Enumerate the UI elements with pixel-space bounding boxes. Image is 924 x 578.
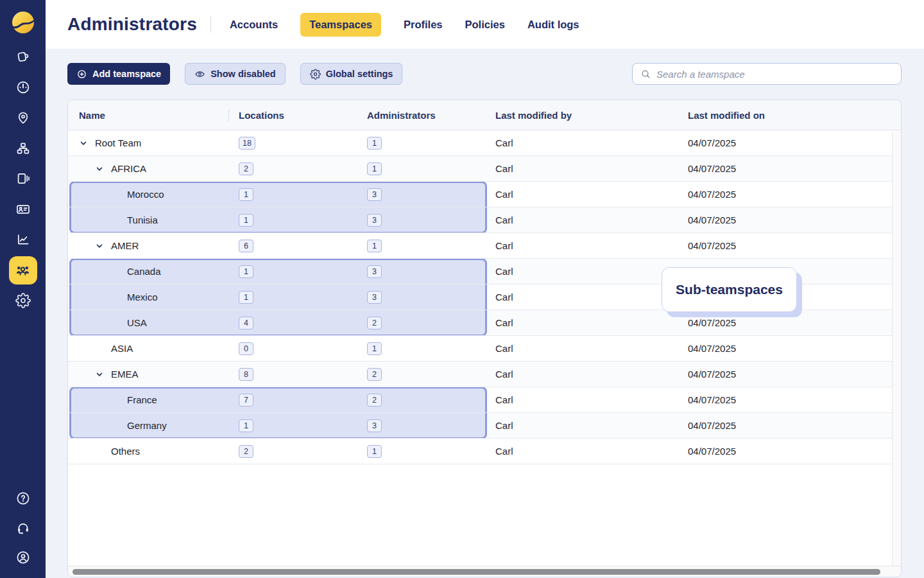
last-modified-by: Carl (485, 394, 678, 405)
workspace-icon (15, 49, 31, 64)
kiosk-icon (15, 171, 31, 186)
contact-card-icon (15, 202, 31, 217)
tab-audit-logs[interactable]: Audit logs (527, 13, 579, 37)
locations-count-badge: 2 (239, 162, 253, 175)
horizontal-scrollbar[interactable] (68, 566, 901, 577)
brand-logo[interactable] (12, 11, 35, 34)
teamspace-name: AMER (111, 240, 139, 251)
table-row[interactable]: France72Carl04/07/2025 (68, 387, 892, 413)
show-disabled-label: Show disabled (210, 69, 276, 79)
column-header-last-modified-by[interactable]: Last modified by (485, 110, 678, 121)
last-modified-on: 04/07/2025 (678, 420, 892, 431)
sidebar-item-hierarchy[interactable] (9, 134, 37, 162)
sidebar-item-administrators[interactable] (9, 256, 37, 285)
locations-count-badge: 1 (239, 291, 253, 304)
page-title: Administrators (67, 14, 197, 35)
column-header-administrators[interactable]: Administrators (357, 110, 485, 121)
last-modified-by: Carl (485, 292, 678, 302)
table-row[interactable]: Tunisia13Carl04/07/2025 (68, 207, 892, 233)
last-modified-on: 04/07/2025 (678, 317, 892, 328)
global-settings-label: Global settings (326, 69, 393, 79)
global-settings-button[interactable]: Global settings (300, 63, 403, 85)
table-row[interactable]: Root Team181Carl04/07/2025 (68, 130, 892, 156)
column-header-name[interactable]: Name (68, 110, 228, 121)
table-row[interactable]: EMEA82Carl04/07/2025 (68, 362, 892, 387)
add-teamspace-label: Add teamspace (92, 69, 161, 79)
locations-count-badge: 1 (239, 265, 253, 278)
sidebar-item-analytics[interactable] (9, 225, 37, 254)
sidebar-item-kiosk[interactable] (9, 164, 37, 193)
last-modified-on: 04/07/2025 (678, 394, 892, 405)
horizontal-scrollbar-thumb[interactable] (73, 569, 880, 575)
teamspace-name: Morocco (127, 189, 164, 200)
table-row[interactable]: ASIA01Carl04/07/2025 (68, 336, 892, 362)
last-modified-by: Carl (485, 189, 678, 200)
sidebar-item-workspace[interactable] (9, 42, 37, 71)
content: Add teamspace Show disabled Global setti… (46, 49, 924, 578)
table-row[interactable]: AMER61Carl04/07/2025 (68, 233, 892, 259)
last-modified-by: Carl (485, 215, 678, 225)
table-row[interactable]: Others21Carl04/07/2025 (68, 439, 892, 464)
last-modified-on: 04/07/2025 (678, 189, 892, 200)
locations-count-badge: 7 (239, 394, 253, 407)
last-modified-by: Carl (485, 266, 678, 277)
locations-count-badge: 1 (239, 188, 253, 201)
administrators-count-badge: 1 (367, 342, 382, 355)
teamspace-name: AFRICA (111, 163, 146, 174)
gear-icon (310, 69, 321, 80)
last-modified-on: 04/07/2025 (678, 240, 892, 251)
column-header-last-modified-on[interactable]: Last modified on (678, 110, 892, 121)
last-modified-by: Carl (485, 420, 678, 431)
tab-accounts[interactable]: Accounts (230, 13, 278, 37)
teamspace-name: Canada (127, 266, 161, 277)
chevron-down-icon[interactable] (79, 139, 95, 148)
table-row[interactable]: Germany13Carl04/07/2025 (68, 413, 892, 439)
dashboard-icon (15, 80, 31, 95)
teamspace-name: EMEA (111, 369, 139, 380)
chevron-down-icon[interactable] (95, 370, 111, 379)
vertical-scrollbar[interactable] (892, 131, 901, 566)
sidebar-item-support[interactable] (9, 515, 37, 541)
table-header: Name Locations Administrators Last modif… (68, 100, 901, 130)
tab-policies[interactable]: Policies (465, 13, 505, 37)
column-header-locations[interactable]: Locations (228, 110, 357, 121)
chevron-down-icon[interactable] (95, 241, 111, 250)
search-icon (640, 69, 651, 80)
sidebar-item-settings[interactable] (9, 286, 37, 315)
column-resize-handle[interactable] (228, 109, 229, 121)
last-modified-on: 04/07/2025 (678, 369, 892, 380)
sidebar (0, 0, 46, 578)
plus-circle-icon (76, 69, 87, 80)
sidebar-item-help[interactable] (9, 486, 37, 511)
sidebar-item-locations[interactable] (9, 103, 37, 132)
app-root: Administrators AccountsTeamspacesProfile… (0, 0, 924, 578)
administrators-count-badge: 2 (367, 368, 382, 381)
last-modified-on: 04/07/2025 (678, 215, 892, 225)
chevron-down-icon[interactable] (95, 164, 111, 173)
sidebar-item-dashboard[interactable] (9, 73, 37, 101)
eye-icon (194, 69, 205, 80)
sidebar-item-contact-card[interactable] (9, 195, 37, 223)
account-icon (15, 550, 31, 565)
table-row[interactable]: Morocco13Carl04/07/2025 (68, 182, 892, 207)
last-modified-by: Carl (485, 317, 678, 328)
tab-teamspaces[interactable]: Teamspaces (300, 13, 381, 37)
administrators-count-badge: 1 (367, 240, 382, 252)
show-disabled-button[interactable]: Show disabled (185, 63, 286, 85)
tab-profiles[interactable]: Profiles (404, 13, 443, 37)
last-modified-on: 04/07/2025 (678, 163, 892, 174)
add-teamspace-button[interactable]: Add teamspace (67, 63, 170, 85)
administrators-count-badge: 2 (367, 317, 382, 329)
analytics-icon (15, 232, 31, 247)
sidebar-item-account[interactable] (9, 545, 37, 570)
topbar: Administrators AccountsTeamspacesProfile… (46, 0, 924, 49)
administrators-count-badge: 1 (367, 137, 382, 150)
administrators-count-badge: 3 (367, 419, 382, 432)
locations-count-badge: 1 (239, 419, 253, 432)
last-modified-on: 04/07/2025 (678, 446, 892, 457)
table-row[interactable]: USA42Carl04/07/2025 (68, 310, 892, 336)
table-row[interactable]: AFRICA21Carl04/07/2025 (68, 156, 892, 182)
search-input[interactable] (656, 69, 893, 80)
last-modified-by: Carl (485, 369, 678, 380)
administrators-icon (14, 261, 31, 279)
